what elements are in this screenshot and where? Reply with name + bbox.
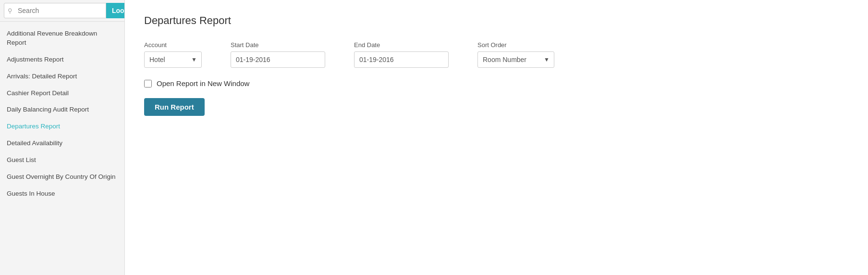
sidebar-item-detailed-availability[interactable]: Detailed Availability xyxy=(0,135,124,152)
sidebar: ⚲ Look Up Additional Revenue Breakdown R… xyxy=(0,0,125,275)
sidebar-item-departures[interactable]: Departures Report xyxy=(0,118,124,135)
start-date-input[interactable] xyxy=(231,51,325,68)
sidebar-item-guests-in-house[interactable]: Guests In House xyxy=(0,186,124,202)
end-date-input[interactable] xyxy=(354,51,449,68)
account-group: Account Hotel All Other ▼ xyxy=(144,41,202,68)
run-report-button[interactable]: Run Report xyxy=(144,98,205,116)
open-new-window-row: Open Report in New Window xyxy=(144,79,849,88)
sidebar-search-bar: ⚲ Look Up xyxy=(0,0,124,22)
open-new-window-checkbox[interactable] xyxy=(144,80,152,88)
lookup-button[interactable]: Look Up xyxy=(106,3,125,18)
sidebar-item-daily-balancing[interactable]: Daily Balancing Audit Report xyxy=(0,101,124,118)
account-select[interactable]: Hotel All Other xyxy=(144,51,202,68)
account-select-wrapper: Hotel All Other ▼ xyxy=(144,51,202,68)
sort-order-select[interactable]: Room Number Guest Name Check-out Time xyxy=(477,51,554,68)
sort-order-select-wrapper: Room Number Guest Name Check-out Time ▼ xyxy=(477,51,554,68)
sidebar-item-guest-overnight[interactable]: Guest Overnight By Country Of Origin xyxy=(0,169,124,186)
main-content: Departures Report Account Hotel All Othe… xyxy=(125,0,868,275)
sidebar-item-arrivals-detailed[interactable]: Arrivals: Detailed Report xyxy=(0,68,124,85)
page-title: Departures Report xyxy=(144,14,849,27)
search-wrap: ⚲ xyxy=(4,3,106,18)
end-date-label: End Date xyxy=(354,41,449,49)
start-date-label: Start Date xyxy=(231,41,325,49)
sidebar-item-guest-list[interactable]: Guest List xyxy=(0,152,124,169)
sort-order-group: Sort Order Room Number Guest Name Check-… xyxy=(477,41,554,68)
sidebar-nav-list: Additional Revenue Breakdown Report Adju… xyxy=(0,22,124,206)
end-date-group: End Date xyxy=(354,41,449,68)
sidebar-item-additional-revenue[interactable]: Additional Revenue Breakdown Report xyxy=(0,25,124,51)
open-new-window-label[interactable]: Open Report in New Window xyxy=(157,79,249,88)
sort-order-label: Sort Order xyxy=(477,41,554,49)
form-row-filters: Account Hotel All Other ▼ Start Date End… xyxy=(144,41,849,68)
sidebar-item-adjustments[interactable]: Adjustments Report xyxy=(0,51,124,68)
start-date-group: Start Date xyxy=(231,41,325,68)
sidebar-item-cashier-detail[interactable]: Cashier Report Detail xyxy=(0,85,124,102)
search-input[interactable] xyxy=(4,3,106,18)
account-label: Account xyxy=(144,41,202,49)
